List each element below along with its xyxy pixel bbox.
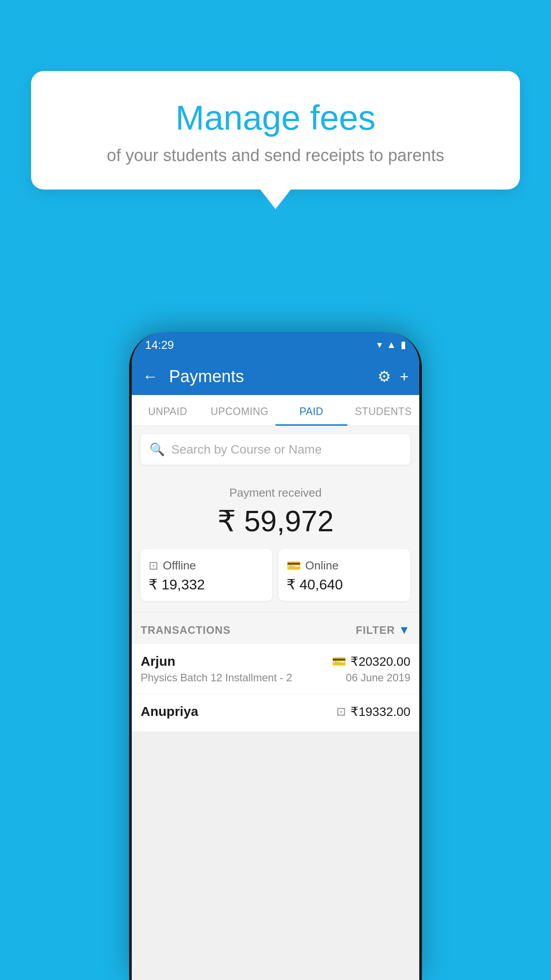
- speech-bubble-subtitle: of your students and send receipts to pa…: [53, 146, 498, 165]
- wifi-icon: ▾: [377, 339, 382, 351]
- online-label: Online: [305, 559, 338, 573]
- transaction-name: Arjun: [141, 654, 175, 669]
- transaction-name: Anupriya: [141, 704, 198, 719]
- speech-bubble-title: Manage fees: [53, 98, 498, 138]
- transaction-top-arjun: Arjun 💳 ₹20320.00: [141, 654, 410, 669]
- phone-screen: 14:29 ▾ ▲ ▮ ← Payments ⚙ + UNPAID UPCOMI…: [132, 332, 419, 980]
- transaction-amount: ₹19332.00: [350, 704, 410, 719]
- header-action-icons: ⚙ +: [378, 368, 409, 385]
- transaction-course: Physics Batch 12 Installment - 2: [141, 672, 292, 684]
- offline-icon: ⊡: [149, 559, 158, 573]
- settings-icon[interactable]: ⚙: [378, 368, 391, 385]
- offline-card-header: ⊡ Offline: [149, 559, 196, 573]
- search-icon: 🔍: [150, 442, 165, 457]
- page-title: Payments: [169, 367, 369, 386]
- filter-button[interactable]: FILTER ▼: [356, 623, 410, 637]
- offline-payment-icon: ⊡: [336, 705, 346, 719]
- phone-frame: 14:29 ▾ ▲ ▮ ← Payments ⚙ + UNPAID UPCOMI…: [129, 332, 422, 980]
- offline-payment-card: ⊡ Offline ₹ 19,332: [141, 549, 272, 601]
- payment-summary: Payment received ₹ 59,972 ⊡ Offline ₹ 19…: [132, 473, 419, 612]
- tab-upcoming[interactable]: UPCOMING: [204, 395, 276, 426]
- payment-total-amount: ₹ 59,972: [141, 504, 410, 538]
- offline-amount: ₹ 19,332: [149, 576, 205, 593]
- transactions-label: TRANSACTIONS: [141, 624, 231, 636]
- card-icon: 💳: [287, 559, 301, 573]
- online-card-header: 💳 Online: [287, 559, 338, 573]
- transaction-amount-wrap: ⊡ ₹19332.00: [336, 704, 410, 719]
- offline-label: Offline: [163, 559, 196, 573]
- tab-students[interactable]: STUDENTS: [347, 395, 419, 426]
- transaction-date: 06 June 2019: [346, 672, 410, 684]
- tab-unpaid[interactable]: UNPAID: [132, 395, 204, 426]
- transaction-amount-wrap: 💳 ₹20320.00: [332, 654, 410, 669]
- transaction-amount: ₹20320.00: [350, 654, 410, 669]
- speech-bubble: Manage fees of your students and send re…: [31, 71, 520, 190]
- search-box[interactable]: 🔍 Search by Course or Name: [141, 434, 410, 465]
- back-button[interactable]: ←: [142, 367, 160, 386]
- transaction-top-anupriya: Anupriya ⊡ ₹19332.00: [141, 704, 410, 719]
- app-header: ← Payments ⚙ +: [132, 358, 419, 395]
- transaction-bottom-arjun: Physics Batch 12 Installment - 2 06 June…: [141, 672, 410, 684]
- transactions-header: TRANSACTIONS FILTER ▼: [132, 613, 419, 644]
- add-icon[interactable]: +: [400, 368, 409, 385]
- battery-icon: ▮: [401, 339, 406, 351]
- status-icons: ▾ ▲ ▮: [377, 339, 406, 351]
- tab-paid[interactable]: PAID: [276, 395, 347, 426]
- card-payment-icon: 💳: [332, 655, 346, 668]
- online-amount: ₹ 40,640: [287, 576, 343, 593]
- filter-icon: ▼: [398, 623, 410, 637]
- table-row[interactable]: Anupriya ⊡ ₹19332.00: [132, 694, 419, 732]
- transactions-list: Arjun 💳 ₹20320.00 Physics Batch 12 Insta…: [132, 644, 419, 732]
- payment-received-label: Payment received: [141, 486, 410, 500]
- search-container: 🔍 Search by Course or Name: [132, 426, 419, 473]
- search-input[interactable]: Search by Course or Name: [171, 443, 322, 457]
- payment-cards: ⊡ Offline ₹ 19,332 💳 Online ₹ 40,640: [141, 549, 410, 601]
- status-bar: 14:29 ▾ ▲ ▮: [132, 332, 419, 358]
- tabs-bar: UNPAID UPCOMING PAID STUDENTS: [132, 395, 419, 426]
- filter-label: FILTER: [356, 624, 395, 636]
- online-payment-card: 💳 Online ₹ 40,640: [279, 549, 410, 601]
- signal-icon: ▲: [386, 339, 396, 351]
- status-time: 14:29: [145, 338, 174, 352]
- table-row[interactable]: Arjun 💳 ₹20320.00 Physics Batch 12 Insta…: [132, 644, 419, 694]
